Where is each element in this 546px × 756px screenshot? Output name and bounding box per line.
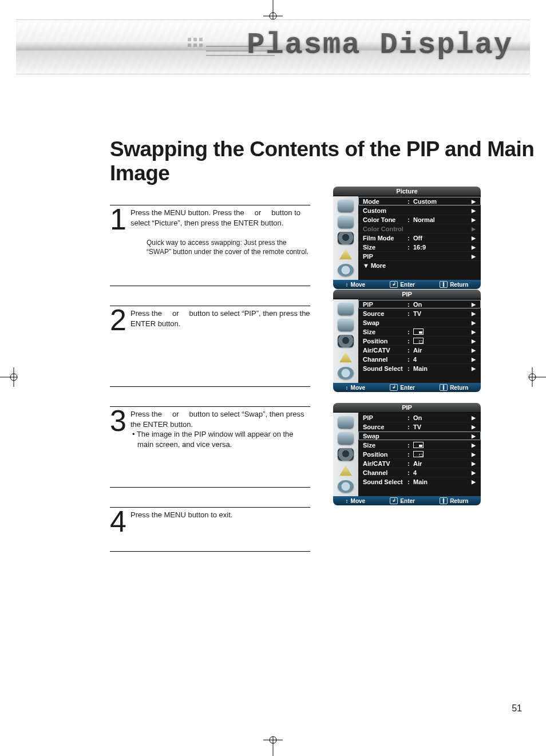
osd-item-value: Off (413, 235, 472, 242)
osd-item-value: 4 (413, 356, 472, 363)
osd-menu-item[interactable]: Channel:4▶ (358, 354, 481, 363)
osd-item-value: Custom (413, 198, 472, 205)
osd-item-label: Film Mode (363, 235, 407, 242)
osd-menu-item[interactable]: Size:16:9▶ (358, 242, 481, 251)
chevron-right-icon: ▶ (472, 461, 477, 466)
osd-menu-item[interactable]: Air/CATV:Air▶ (358, 345, 481, 354)
osd-rail-icon (338, 264, 354, 276)
osd-item-label: Source (363, 310, 407, 317)
osd-item-value: Air (413, 347, 472, 354)
osd-icon-rail (333, 299, 358, 383)
step-number: 2 (110, 307, 125, 333)
osd-item-label: Channel (363, 356, 407, 363)
osd-item-value (413, 451, 472, 458)
osd-hint-move: ↕Move (346, 282, 366, 288)
osd-item-label: Custom (363, 207, 407, 214)
osd-hint-move: ↕Move (346, 385, 366, 391)
osd-menu-item[interactable]: Custom▶ (358, 205, 481, 215)
osd-menu-item[interactable]: ▼ More (358, 260, 481, 270)
chevron-right-icon: ▶ (472, 415, 477, 421)
osd-panel-0: PictureMode:Custom▶Custom▶Color Tone:Nor… (333, 187, 481, 289)
chevron-right-icon: ▶ (472, 208, 477, 213)
osd-footer: ↕Move↲Enter‖Return (333, 280, 481, 289)
osd-menu-item[interactable]: Position:▶ (358, 449, 481, 458)
osd-menu-list: PIP:On▶Source:TV▶Swap▶Size:▶Position:▶Ai… (358, 413, 481, 496)
osd-item-label: PIP (363, 301, 407, 308)
updown-icon: ↕ (346, 385, 349, 391)
osd-item-label: PIP (363, 253, 407, 260)
osd-item-sep: : (407, 301, 413, 308)
osd-hint-label: Return (450, 385, 468, 391)
banner-title: Plasma Display (247, 27, 513, 61)
osd-menu-item[interactable]: Color Tone:Normal▶ (358, 215, 481, 224)
osd-item-value: Main (413, 365, 472, 372)
osd-menu-item[interactable]: PIP:On▶ (358, 299, 481, 308)
osd-item-label: Position (363, 451, 407, 458)
osd-menu-item[interactable]: Channel:4▶ (358, 468, 481, 477)
osd-item-sep: : (407, 235, 413, 242)
osd-menu-item[interactable]: Source:TV▶ (358, 308, 481, 318)
osd-menu-item[interactable]: Size:▶ (358, 327, 481, 336)
chevron-right-icon: ▶ (472, 302, 477, 307)
svg-rect-17 (419, 331, 422, 334)
osd-rail-icon (338, 416, 354, 429)
osd-hint-label: Move (351, 498, 366, 504)
osd-menu-item[interactable]: Film Mode:Off▶ (358, 233, 481, 242)
step-instruction: Press the MENU button. Press the or butt… (130, 208, 310, 228)
osd-item-value: Main (413, 478, 472, 485)
chevron-right-icon: ▶ (472, 244, 477, 250)
osd-menu-list: PIP:On▶Source:TV▶Swap▶Size:▶Position:▶Ai… (358, 299, 481, 383)
osd-item-sep: : (407, 338, 413, 345)
step-2: 2Press the or button to select “PIP”, th… (110, 306, 310, 387)
return-icon: ‖ (440, 384, 448, 391)
osd-item-sep: : (407, 442, 413, 449)
osd-hint-label: Enter (400, 282, 415, 288)
osd-item-value (413, 328, 472, 335)
osd-rail-icon (338, 367, 354, 379)
osd-menu-list: Mode:Custom▶Custom▶Color Tone:Normal▶Col… (358, 196, 481, 280)
osd-menu-item[interactable]: Color Control▶ (358, 224, 481, 233)
osd-item-value: Air (413, 460, 472, 467)
step-4: 4Press the MENU button to exit. (110, 507, 310, 552)
chevron-right-icon: ▶ (472, 452, 477, 457)
osd-item-label: Position (363, 338, 407, 345)
osd-item-label: Swap (363, 433, 407, 440)
osd-menu-item[interactable]: Swap▶ (358, 431, 481, 440)
osd-title: PIP (333, 290, 481, 299)
osd-title: PIP (333, 403, 481, 413)
enter-icon: ↲ (390, 497, 398, 504)
osd-hint-label: Move (351, 282, 366, 288)
chevron-right-icon: ▶ (472, 338, 477, 344)
osd-item-sep: : (407, 244, 413, 251)
osd-menu-item[interactable]: Air/CATV:Air▶ (358, 458, 481, 468)
osd-menu-item[interactable]: Swap▶ (358, 318, 481, 327)
osd-menu-item[interactable]: Position:▶ (358, 336, 481, 345)
chevron-right-icon: ▶ (472, 433, 477, 439)
osd-item-label: Swap (363, 319, 407, 326)
osd-menu-item[interactable]: Source:TV▶ (358, 422, 481, 431)
osd-menu-item[interactable]: Size:▶ (358, 440, 481, 449)
chevron-right-icon: ▶ (472, 235, 477, 241)
updown-icon: ↕ (346, 282, 349, 288)
osd-item-label: Size (363, 244, 407, 251)
osd-menu-item[interactable]: Sound Select:Main▶ (358, 477, 481, 486)
osd-hint-enter: ↲Enter (390, 281, 415, 288)
osd-menu-item[interactable]: Sound Select:Main▶ (358, 363, 481, 373)
osd-footer: ↕Move↲Enter‖Return (333, 383, 481, 392)
osd-rail-icon (338, 480, 354, 493)
step-text: Press the MENU button. Press the or butt… (130, 208, 310, 256)
osd-item-label: Color Tone (363, 216, 407, 223)
osd-item-label: Color Control (363, 225, 407, 232)
step-text: Press the or button to select “PIP”, the… (130, 308, 310, 328)
return-icon: ‖ (440, 281, 448, 288)
osd-menu-item[interactable]: PIP:On▶ (358, 413, 481, 422)
osd-item-value: On (413, 414, 472, 421)
osd-rail-icon (338, 248, 353, 260)
osd-item-sep: : (407, 460, 413, 467)
osd-rail-icon (338, 351, 353, 363)
osd-menu-item[interactable]: Mode:Custom▶ (358, 196, 481, 205)
osd-hint-label: Return (450, 282, 468, 288)
osd-item-value: TV (413, 310, 472, 317)
osd-menu-item[interactable]: PIP▶ (358, 251, 481, 260)
osd-item-value: 4 (413, 469, 472, 476)
